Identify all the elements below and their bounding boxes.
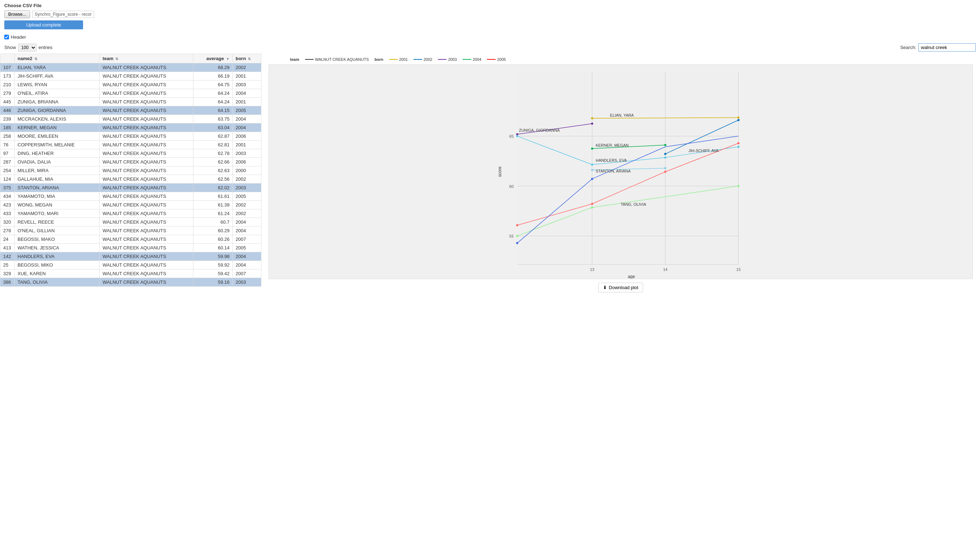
cell-team: WALNUT CREEK AQUANUTS [100, 98, 193, 106]
legend-2004: 2004 [463, 57, 481, 62]
cell-average: 66.19 [193, 72, 233, 81]
cell-average: 62.56 [193, 175, 233, 184]
svg-point-47 [591, 203, 593, 205]
header-checkbox[interactable] [4, 35, 9, 40]
svg-text:HANDLERS, EVA: HANDLERS, EVA [596, 158, 627, 162]
cell-name: MILLER, MIRA [15, 166, 100, 175]
cell-born: 2002 [232, 201, 261, 209]
cell-name: JIH-SCHIFF, AVA [15, 72, 100, 81]
cell-id: 386 [0, 278, 15, 287]
table-header-row: name2 ⇅ team ⇅ average ▼ born ⇅ [0, 54, 261, 63]
svg-text:KERNER, MEGAN: KERNER, MEGAN [596, 143, 629, 147]
cell-name: YAMAMOTO, MARI [15, 209, 100, 218]
svg-text:14: 14 [663, 267, 667, 272]
cell-born: 2003 [232, 81, 261, 89]
cell-name: STANTON, ARIANA [15, 184, 100, 192]
svg-text:age: age [628, 274, 635, 279]
show-entries-control: Show 10 25 50 100 entries [4, 44, 52, 52]
cell-id: 433 [0, 209, 15, 218]
table-row: 239MCCRACKEN, ALEXISWALNUT CREEK AQUANUT… [0, 115, 261, 124]
show-label: Show [4, 45, 16, 50]
svg-point-17 [591, 117, 593, 119]
cell-average: 61.24 [193, 209, 233, 218]
cell-name: OVADIA, DALIA [15, 158, 100, 166]
cell-id: 423 [0, 201, 15, 209]
cell-team: WALNUT CREEK AQUANUTS [100, 149, 193, 158]
cell-average: 63.04 [193, 124, 233, 132]
cell-id: 185 [0, 124, 15, 132]
search-input[interactable] [918, 43, 976, 52]
choose-csv-label: Choose CSV File [4, 3, 976, 8]
col-header-born[interactable]: born ⇅ [232, 54, 261, 63]
svg-text:STANTON, ARIANA: STANTON, ARIANA [596, 169, 631, 173]
table-row: 97DING, HEATHERWALNUT CREEK AQUANUTS62.7… [0, 149, 261, 158]
col-header-average[interactable]: average ▼ [193, 54, 233, 63]
table-row: 329XUE, KARENWALNUT CREEK AQUANUTS59.422… [0, 269, 261, 278]
cell-id: 375 [0, 184, 15, 192]
cell-born: 2001 [232, 141, 261, 149]
col-header-team[interactable]: team ⇅ [100, 54, 193, 63]
search-row: Search: [900, 43, 976, 52]
svg-text:15: 15 [736, 267, 740, 272]
cell-id: 25 [0, 261, 15, 269]
download-plot-button[interactable]: ⬇ Download plot [598, 283, 643, 292]
legend-born-label: born [374, 57, 383, 62]
cell-born: 2002 [232, 209, 261, 218]
svg-text:13: 13 [590, 267, 594, 272]
table-row: 258MOORE, EMILEENWALNUT CREEK AQUANUTS62… [0, 132, 261, 141]
table-row: 124GALLAHUE, MIAWALNUT CREEK AQUANUTS62.… [0, 175, 261, 184]
cell-average: 59.92 [193, 261, 233, 269]
cell-team: WALNUT CREEK AQUANUTS [100, 252, 193, 261]
cell-average: 62.63 [193, 166, 233, 175]
svg-point-36 [591, 169, 593, 171]
cell-team: WALNUT CREEK AQUANUTS [100, 278, 193, 287]
cell-average: 63.75 [193, 115, 233, 124]
sort-icon-born: ⇅ [248, 57, 251, 61]
top-section: Choose CSV File Browse... Synchro_Figure… [0, 0, 980, 54]
cell-name: COPPERSMITH, MELANIE [15, 141, 100, 149]
cell-team: WALNUT CREEK AQUANUTS [100, 184, 193, 192]
legend-2004-label: 2004 [473, 57, 481, 62]
svg-text:TANG, OLIVIA: TANG, OLIVIA [621, 202, 647, 206]
svg-text:ELIAN, YARA: ELIAN, YARA [610, 113, 634, 117]
cell-born: 2000 [232, 166, 261, 175]
cell-born: 2007 [232, 235, 261, 244]
cell-id: 24 [0, 235, 15, 244]
cell-team: WALNUT CREEK AQUANUTS [100, 132, 193, 141]
cell-born: 2006 [232, 132, 261, 141]
cell-average: 62.87 [193, 132, 233, 141]
cell-team: WALNUT CREEK AQUANUTS [100, 81, 193, 89]
table-row: 210LEWIS, RYANWALNUT CREEK AQUANUTS64.75… [0, 81, 261, 89]
cell-team: WALNUT CREEK AQUANUTS [100, 158, 193, 166]
table-row: 254MILLER, MIRAWALNUT CREEK AQUANUTS62.6… [0, 166, 261, 175]
filename-display: Synchro_Figure_score - recor [32, 11, 94, 18]
entries-select[interactable]: 10 25 50 100 [18, 44, 37, 52]
browse-button[interactable]: Browse... [4, 10, 30, 18]
legend-team-label: team [290, 57, 299, 62]
svg-point-20 [664, 153, 667, 155]
cell-team: WALNUT CREEK AQUANUTS [100, 244, 193, 252]
svg-text:score: score [497, 166, 502, 177]
legend-2003: 2003 [438, 57, 457, 62]
cell-average: 60.26 [193, 235, 233, 244]
cell-average: 62.81 [193, 141, 233, 149]
table-row: 433YAMAMOTO, MARIWALNUT CREEK AQUANUTS61… [0, 209, 261, 218]
col-header-name[interactable]: name2 ⇅ [15, 54, 100, 63]
cell-id: 329 [0, 269, 15, 278]
cell-name: O'NEIL, ATIRA [15, 89, 100, 98]
legend-2005-label: 2005 [497, 57, 506, 62]
cell-born: 2004 [232, 115, 261, 124]
cell-id: 107 [0, 63, 15, 72]
cell-name: ELIAN, YARA [15, 63, 100, 72]
col-header-id[interactable] [0, 54, 15, 63]
table-row: 25BEGOSSI, MIKOWALNUT CREEK AQUANUTS59.9… [0, 261, 261, 269]
svg-point-31 [516, 135, 518, 137]
upload-complete-button[interactable]: Upload complete [4, 21, 83, 29]
table-row: 434YAMAMOTO, MIAWALNUT CREEK AQUANUTS61.… [0, 192, 261, 201]
cell-id: 239 [0, 115, 15, 124]
cell-team: WALNUT CREEK AQUANUTS [100, 115, 193, 124]
cell-id: 97 [0, 149, 15, 158]
legend-2003-label: 2003 [448, 57, 457, 62]
cell-born: 2004 [232, 89, 261, 98]
cell-team: WALNUT CREEK AQUANUTS [100, 235, 193, 244]
